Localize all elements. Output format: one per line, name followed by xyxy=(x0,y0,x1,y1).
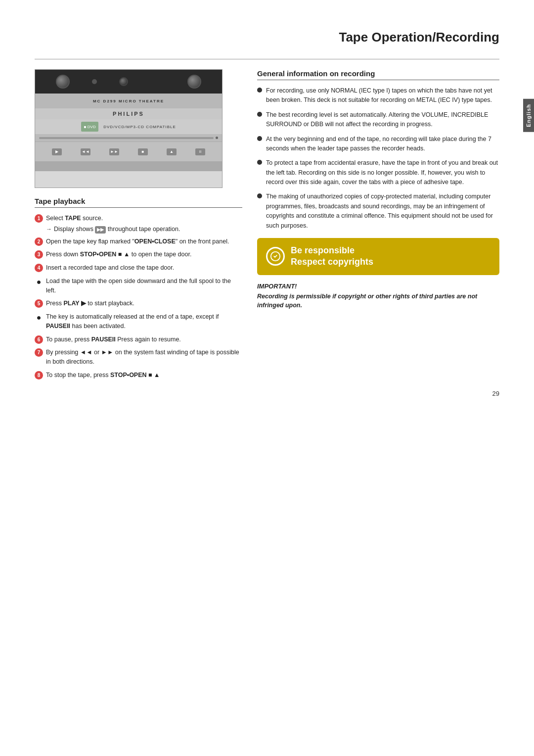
important-box: IMPORTANT! Recording is permissible if c… xyxy=(257,283,499,311)
step-7: 7 xyxy=(35,348,43,357)
step-5b-text: The key is automatically released at the… xyxy=(46,312,242,331)
bullet-4-text: To protect a tape from accidental erasur… xyxy=(266,158,499,187)
tape-playback-heading: Tape playback xyxy=(35,197,242,208)
device-model: MC D299 MICRO THEATRE xyxy=(35,94,222,108)
list-item: The best recording level is set automati… xyxy=(257,110,499,130)
step-6-text: To pause, press PAUSEII Press again to r… xyxy=(46,335,181,344)
list-item: ● The key is automatically released at t… xyxy=(35,312,242,331)
step-8: 8 xyxy=(35,371,43,379)
rewind-btn: ◄◄ xyxy=(81,148,90,155)
step-bullet-text: Load the tape with the open side downwar… xyxy=(46,277,242,295)
step-2-text: Open the tape key flap marked "OPEN•CLOS… xyxy=(46,237,229,246)
left-column: MC D299 MICRO THEATRE PHILIPS ■ DVD DVD/… xyxy=(35,69,242,387)
dvd-compatible-text: DVD/VCD/MP3-CD COMPATIBLE xyxy=(103,125,176,129)
device-indicator xyxy=(92,79,97,84)
play-btn: ▶ xyxy=(52,148,62,155)
step-5-text: Press PLAY ▶ to start playback. xyxy=(46,299,134,308)
list-item: To protect a tape from accidental erasur… xyxy=(257,158,499,187)
step-4-text: Insert a recorded tape and close the tap… xyxy=(46,263,174,273)
tape-playback-section: Tape playback 1 Select TAPE source. → Di… xyxy=(35,197,242,380)
important-text: Recording is permissible if copyright or… xyxy=(257,292,499,311)
responsible-line1: Be responsible xyxy=(291,245,373,256)
bullet-1-text: For recording, use only NORMAL (IEC type… xyxy=(266,86,499,105)
bullet-dot xyxy=(257,88,262,93)
eject-btn: ▲ xyxy=(167,148,177,155)
device-image: MC D299 MICRO THEATRE PHILIPS ■ DVD DVD/… xyxy=(35,69,222,188)
step-4: 4 xyxy=(35,264,43,272)
list-item: At the very beginning and end of the tap… xyxy=(257,135,499,154)
important-label: IMPORTANT! xyxy=(257,283,499,290)
list-item: For recording, use only NORMAL (IEC type… xyxy=(257,86,499,105)
step-3: 3 xyxy=(35,250,43,259)
bullet-dot xyxy=(257,136,262,141)
list-item: 3 Press down STOP•OPEN ■ ▲ to open the t… xyxy=(35,250,242,259)
ff-btn: ►► xyxy=(109,148,119,155)
general-info-heading: General information on recording xyxy=(257,69,499,80)
bullet-dot xyxy=(257,160,262,165)
step-7-text: By pressing ◄◄ or ►► on the system fast … xyxy=(46,348,242,367)
list-item: 8 To stop the tape, press STOP•OPEN ■ ▲ xyxy=(35,371,242,380)
bullet-icon: ● xyxy=(35,312,43,324)
language-tab: English xyxy=(523,99,534,132)
list-item: 1 Select TAPE source. xyxy=(35,214,242,223)
right-column: General information on recording For rec… xyxy=(257,69,499,310)
bullet-2-text: The best recording level is set automati… xyxy=(266,110,499,130)
list-item: 4 Insert a recorded tape and close the t… xyxy=(35,263,242,273)
device-brand: PHILIPS xyxy=(35,108,222,119)
bullet-3-text: At the very beginning and end of the tap… xyxy=(266,135,499,154)
step-6: 6 xyxy=(35,335,43,344)
arrow-icon: → xyxy=(46,225,52,234)
info-bullets-list: For recording, use only NORMAL (IEC type… xyxy=(257,86,499,231)
pause-btn: II xyxy=(195,148,205,155)
step-1-text: Select TAPE source. xyxy=(46,214,103,223)
responsible-icon xyxy=(266,247,285,266)
tape-icon: ▶▶ xyxy=(95,226,106,234)
responsible-box: Be responsible Respect copyrights xyxy=(257,238,499,275)
step-5: 5 xyxy=(35,299,43,308)
bullet-dot xyxy=(257,112,262,117)
bullet-dot xyxy=(257,193,262,198)
bullet-icon: ● xyxy=(35,276,43,288)
step-1: 1 xyxy=(35,214,43,223)
step-8-text: To stop the tape, press STOP•OPEN ■ ▲ xyxy=(46,371,160,380)
responsible-text: Be responsible Respect copyrights xyxy=(291,245,373,268)
list-item: 5 Press PLAY ▶ to start playback. xyxy=(35,299,242,308)
step-2: 2 xyxy=(35,237,43,246)
general-info-section: General information on recording For rec… xyxy=(257,69,499,231)
tape-playback-list: 1 Select TAPE source. → Display shows ▶▶… xyxy=(35,214,242,380)
device-knob-small xyxy=(119,77,128,86)
page-title: Tape Operation/Recording xyxy=(35,30,499,49)
stop-btn: ■ xyxy=(138,148,148,155)
device-knob-right xyxy=(187,75,201,89)
list-item: 7 By pressing ◄◄ or ►► on the system fas… xyxy=(35,348,242,367)
list-item: ● Load the tape with the open side downw… xyxy=(35,277,242,295)
device-knob-left xyxy=(56,75,70,89)
bullet-5-text: The making of unauthorized copies of cop… xyxy=(266,192,499,231)
step-3-text: Press down STOP•OPEN ■ ▲ to open the tap… xyxy=(46,250,191,259)
list-item-sub: → Display shows ▶▶ throughout tape opera… xyxy=(46,225,242,234)
list-item: 2 Open the tape key flap marked "OPEN•CL… xyxy=(35,237,242,246)
list-item: 6 To pause, press PAUSEII Press again to… xyxy=(35,335,242,344)
display-shows-text: Display shows ▶▶ throughout tape operati… xyxy=(54,225,180,234)
responsible-line2: Respect copyrights xyxy=(291,256,373,268)
page-number: 29 xyxy=(492,390,499,397)
list-item: The making of unauthorized copies of cop… xyxy=(257,192,499,231)
